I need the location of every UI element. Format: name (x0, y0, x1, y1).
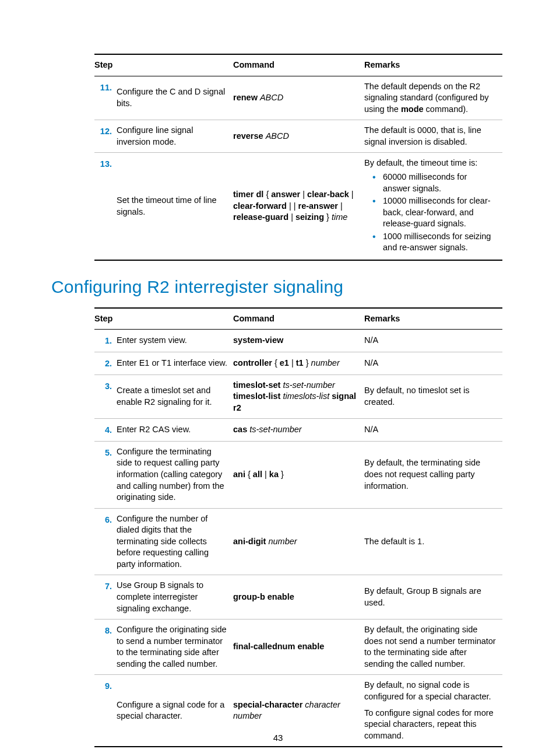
remarks-cell: The default is 0000, that is, line signa… (364, 120, 502, 153)
table-row: 3.Create a timeslot set and enable R2 si… (94, 374, 502, 419)
step-text: Enter R2 CAS view. (117, 419, 233, 442)
command-cell: system-view (233, 330, 364, 352)
table-row: 1.Enter system view.system-viewN/A (94, 330, 502, 352)
remarks-cell: By default, the timeout time is:60000 mi… (364, 153, 502, 260)
th-command: Command (233, 54, 364, 76)
line-signal-table: Step Command Remarks 11.Configure the C … (94, 54, 502, 261)
step-text: Create a timeslot set and enable R2 sign… (117, 374, 233, 419)
table-row: 11.Configure the C and D signal bits.ren… (94, 76, 502, 120)
remarks-cell: By default, no timeslot set is created. (364, 374, 502, 419)
step-text: Use Group B signals to complete interreg… (117, 575, 233, 620)
section-heading: Configuring R2 interregister signaling (51, 277, 505, 297)
command-cell: renew ABCD (233, 76, 364, 120)
th-step: Step (94, 54, 233, 76)
table-row: 5.Configure the terminating side to requ… (94, 441, 502, 508)
th-command: Command (233, 308, 364, 330)
step-number: 13. (94, 153, 117, 260)
remarks-cell: N/A (364, 352, 502, 375)
th-remarks: Remarks (364, 54, 502, 76)
command-cell: cas ts-set-number (233, 419, 364, 442)
table-row: 12.Configure line signal inversion mode.… (94, 120, 502, 153)
command-cell: timer dl { answer | clear-back | clear-f… (233, 153, 364, 260)
step-number: 3. (94, 374, 117, 419)
remarks-cell: N/A (364, 330, 502, 352)
command-cell: group-b enable (233, 575, 364, 620)
command-cell: ani-digit number (233, 508, 364, 575)
remarks-cell: The default depends on the R2 signaling … (364, 76, 502, 120)
table2-body: 1.Enter system view.system-viewN/A2.Ente… (94, 330, 502, 747)
step-number: 2. (94, 352, 117, 375)
step-number: 8. (94, 620, 117, 675)
command-cell: reverse ABCD (233, 120, 364, 153)
step-text: Enter system view. (117, 330, 233, 352)
step-number: 6. (94, 508, 117, 575)
step-number: 7. (94, 575, 117, 620)
th-remarks: Remarks (364, 308, 502, 330)
interregister-table: Step Command Remarks 1.Enter system view… (94, 307, 502, 747)
step-text: Configure the originating side to send a… (117, 620, 233, 675)
table1-body: 11.Configure the C and D signal bits.ren… (94, 76, 502, 260)
command-cell: final-callednum enable (233, 620, 364, 675)
step-text: Configure line signal inversion mode. (117, 120, 233, 153)
command-cell: ani { all | ka } (233, 441, 364, 508)
step-number: 4. (94, 419, 117, 442)
step-text: Set the timeout time of line signals. (117, 153, 233, 260)
step-text: Enter E1 or T1 interface view. (117, 352, 233, 375)
remarks-cell: By default, the terminating side does no… (364, 441, 502, 508)
step-text: Configure the terminating side to reques… (117, 441, 233, 508)
table-row: 8.Configure the originating side to send… (94, 620, 502, 675)
page: Step Command Remarks 11.Configure the C … (0, 0, 556, 756)
command-cell: timeslot-set ts-set-number timeslot-list… (233, 374, 364, 419)
remarks-cell: By default, Group B signals are used. (364, 575, 502, 620)
table-row: 7.Use Group B signals to complete interr… (94, 575, 502, 620)
table-row: 4.Enter R2 CAS view.cas ts-set-numberN/A (94, 419, 502, 442)
page-number: 43 (0, 733, 556, 743)
th-step: Step (94, 308, 233, 330)
remarks-cell: By default, the originating side does no… (364, 620, 502, 675)
table-row: 6.Configure the number of dialed digits … (94, 508, 502, 575)
table-row: 2.Enter E1 or T1 interface view.controll… (94, 352, 502, 375)
remarks-cell: N/A (364, 419, 502, 442)
step-number: 1. (94, 330, 117, 352)
step-text: Configure the C and D signal bits. (117, 76, 233, 120)
remarks-cell: The default is 1. (364, 508, 502, 575)
step-number: 11. (94, 76, 117, 120)
step-number: 12. (94, 120, 117, 153)
command-cell: controller { e1 | t1 } number (233, 352, 364, 375)
step-number: 5. (94, 441, 117, 508)
step-text: Configure the number of dialed digits th… (117, 508, 233, 575)
table-row: 13.Set the timeout time of line signals.… (94, 153, 502, 260)
